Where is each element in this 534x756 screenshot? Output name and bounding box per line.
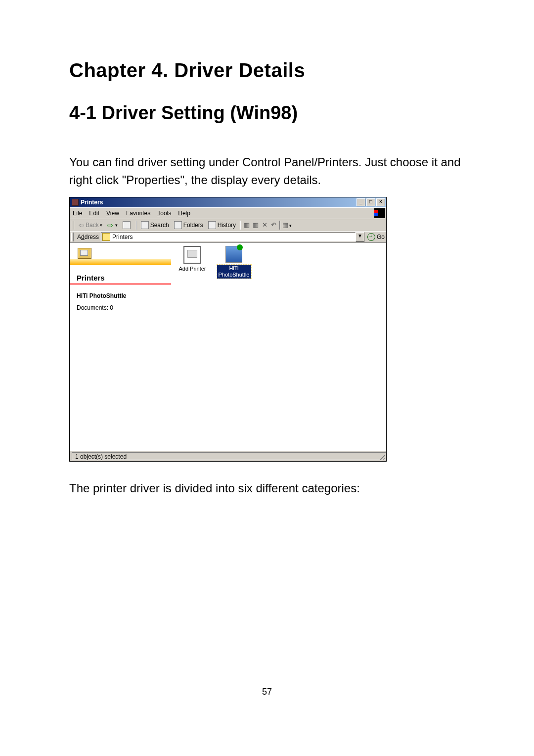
toolbar-grip[interactable] [72,221,74,230]
address-label: Address [77,234,99,240]
info-pane: Printers HiTi PhotoShuttle Documents: 0 [70,243,171,451]
maximize-button[interactable]: □ [366,198,375,206]
back-button[interactable]: ⇦ Back ▾ [77,220,104,230]
history-icon [208,221,216,229]
addressbar-grip[interactable] [71,233,74,241]
delete-icon[interactable]: ✕ [261,221,268,229]
menu-view[interactable]: View [106,210,119,217]
views-icon[interactable]: ▦▾ [282,221,290,229]
toolbar: ⇦ Back ▾ ⇨ ▾ Search Folders His [70,219,386,231]
back-dropdown-icon[interactable]: ▾ [100,223,102,228]
client-area: Printers HiTi PhotoShuttle Documents: 0 … [70,242,386,451]
chapter-heading: Chapter 4. Driver Details [69,59,470,82]
menu-tools[interactable]: Tools [157,210,171,217]
menu-file[interactable]: File [73,210,82,217]
toolbar-separator [136,221,137,230]
search-button[interactable]: Search [139,220,171,230]
after-paragraph: The printer driver is divided into six d… [69,481,470,495]
toolbar-separator-2 [240,221,241,230]
printer-item-hiti[interactable]: HiTi PhotoShuttle [217,246,251,279]
address-value: Printers [112,234,133,240]
icon-view[interactable]: Add Printer HiTi PhotoShuttle [171,243,386,451]
forward-icon: ⇨ [107,221,113,229]
add-printer-item[interactable]: Add Printer [175,246,210,272]
search-icon [141,221,149,229]
forward-button[interactable]: ⇨ ▾ [105,220,120,230]
minimize-button[interactable]: _ [356,198,365,206]
up-icon [123,221,131,229]
section-heading: 4-1 Driver Setting (Win98) [69,102,470,124]
address-bar: Address Printers ▼ Go [70,231,386,242]
printers-folder-icon [102,233,110,241]
back-icon: ⇦ [79,221,85,229]
menu-favorites[interactable]: Favorites [126,210,150,217]
window-icon [72,199,79,206]
go-button[interactable]: Go [367,233,385,241]
forward-dropdown-icon[interactable]: ▾ [115,223,118,228]
printer-icon [225,246,242,263]
title-bar[interactable]: Printers _ □ × [70,197,386,207]
printers-window: Printers _ □ × File Edit View Favorites … [69,197,387,462]
moveto-icon[interactable]: ▥ [243,221,251,229]
history-button[interactable]: History [206,220,238,230]
undo-icon[interactable]: ↶ [269,221,277,229]
add-printer-icon [183,246,201,264]
close-button[interactable]: × [376,198,385,206]
window-title: Printers [81,199,356,206]
page-number: 57 [0,687,534,697]
banner [70,243,171,273]
toolbar-separator-3 [279,221,280,230]
status-bar: 1 object(s) selected [70,451,386,461]
menu-help[interactable]: Help [178,210,190,217]
banner-folder-icon [78,248,91,259]
windows-logo-icon [374,208,385,218]
add-printer-label: Add Printer [175,266,210,272]
resize-grip[interactable] [378,453,385,460]
address-dropdown-button[interactable]: ▼ [356,232,364,242]
documents-count: Documents: 0 [70,299,171,311]
selected-item-name: HiTi PhotoShuttle [70,284,171,299]
printer-item-label: HiTi PhotoShuttle [217,265,251,279]
menu-edit[interactable]: Edit [89,210,99,217]
banner-title: Printers [70,273,171,284]
go-icon [367,233,375,241]
address-field[interactable]: Printers [101,233,356,241]
intro-paragraph: You can find driver setting under Contro… [69,153,470,189]
menu-bar: File Edit View Favorites Tools Help [70,207,386,219]
up-button[interactable] [121,220,134,230]
folders-button[interactable]: Folders [172,220,205,230]
folders-icon [174,221,182,229]
status-text: 1 object(s) selected [72,452,386,460]
copyto-icon[interactable]: ▥ [252,221,260,229]
